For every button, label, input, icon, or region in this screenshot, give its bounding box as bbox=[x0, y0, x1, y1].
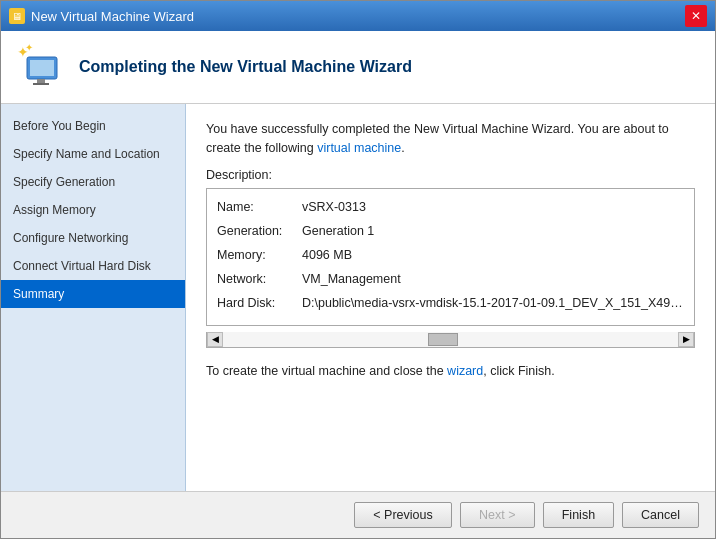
intro-part2: . bbox=[401, 141, 404, 155]
finish-part2: , click Finish. bbox=[483, 364, 555, 378]
header-title: Completing the New Virtual Machine Wizar… bbox=[79, 58, 412, 76]
intro-part1: You have successfully completed the New … bbox=[206, 122, 669, 155]
desc-key-harddisk: Hard Disk: bbox=[217, 293, 302, 313]
sidebar-item-configure-networking[interactable]: Configure Networking bbox=[1, 224, 185, 252]
sidebar-item-before-you-begin[interactable]: Before You Begin bbox=[1, 112, 185, 140]
desc-key-generation: Generation: bbox=[217, 221, 302, 241]
window-icon: 🖥 bbox=[9, 8, 25, 24]
wizard-icon: ✦ ✦ bbox=[17, 43, 65, 91]
sidebar-item-specify-generation[interactable]: Specify Generation bbox=[1, 168, 185, 196]
svg-rect-3 bbox=[30, 60, 54, 76]
window-title: New Virtual Machine Wizard bbox=[31, 9, 194, 24]
sidebar-item-connect-vhd[interactable]: Connect Virtual Hard Disk bbox=[1, 252, 185, 280]
desc-val-name: vSRX-0313 bbox=[302, 197, 684, 217]
previous-button[interactable]: < Previous bbox=[354, 502, 451, 528]
desc-key-network: Network: bbox=[217, 269, 302, 289]
horizontal-scrollbar[interactable]: ◀ ▶ bbox=[206, 332, 695, 348]
desc-val-generation: Generation 1 bbox=[302, 221, 684, 241]
desc-key-memory: Memory: bbox=[217, 245, 302, 265]
scroll-right-button[interactable]: ▶ bbox=[678, 332, 694, 347]
title-bar-left: 🖥 New Virtual Machine Wizard bbox=[9, 8, 194, 24]
desc-row-name: Name: vSRX-0313 bbox=[217, 197, 684, 217]
desc-row-memory: Memory: 4096 MB bbox=[217, 245, 684, 265]
next-button[interactable]: Next > bbox=[460, 502, 535, 528]
title-bar: 🖥 New Virtual Machine Wizard ✕ bbox=[1, 1, 715, 31]
desc-val-harddisk: D:\public\media-vsrx-vmdisk-15.1-2017-01… bbox=[302, 293, 684, 313]
desc-row-network: Network: VM_Management bbox=[217, 269, 684, 289]
wizard-window: 🖥 New Virtual Machine Wizard ✕ ✦ ✦ Compl… bbox=[0, 0, 716, 539]
sidebar: Before You Begin Specify Name and Locati… bbox=[1, 104, 186, 491]
wizard-link[interactable]: wizard bbox=[447, 364, 483, 378]
virtual-machine-link[interactable]: virtual machine bbox=[317, 141, 401, 155]
header-banner: ✦ ✦ Completing the New Virtual Machine W… bbox=[1, 31, 715, 104]
sidebar-item-summary[interactable]: Summary bbox=[1, 280, 185, 308]
scroll-track[interactable] bbox=[223, 332, 678, 347]
description-box: Name: vSRX-0313 Generation: Generation 1… bbox=[206, 188, 695, 326]
finish-part1: To create the virtual machine and close … bbox=[206, 364, 447, 378]
svg-rect-5 bbox=[33, 83, 49, 85]
content-area: Before You Begin Specify Name and Locati… bbox=[1, 104, 715, 491]
finish-button[interactable]: Finish bbox=[543, 502, 614, 528]
cancel-button[interactable]: Cancel bbox=[622, 502, 699, 528]
desc-row-harddisk: Hard Disk: D:\public\media-vsrx-vmdisk-1… bbox=[217, 293, 684, 313]
desc-key-name: Name: bbox=[217, 197, 302, 217]
close-button[interactable]: ✕ bbox=[685, 5, 707, 27]
scroll-thumb[interactable] bbox=[428, 333, 458, 346]
description-label: Description: bbox=[206, 168, 695, 182]
sidebar-item-specify-name[interactable]: Specify Name and Location bbox=[1, 140, 185, 168]
desc-row-generation: Generation: Generation 1 bbox=[217, 221, 684, 241]
sidebar-item-assign-memory[interactable]: Assign Memory bbox=[1, 196, 185, 224]
svg-text:✦: ✦ bbox=[25, 43, 33, 53]
desc-val-network: VM_Management bbox=[302, 269, 684, 289]
scroll-left-button[interactable]: ◀ bbox=[207, 332, 223, 347]
finish-text: To create the virtual machine and close … bbox=[206, 362, 695, 381]
desc-val-memory: 4096 MB bbox=[302, 245, 684, 265]
svg-rect-4 bbox=[37, 79, 45, 83]
intro-text: You have successfully completed the New … bbox=[206, 120, 695, 158]
bottom-bar: < Previous Next > Finish Cancel bbox=[1, 491, 715, 538]
main-content: You have successfully completed the New … bbox=[186, 104, 715, 491]
